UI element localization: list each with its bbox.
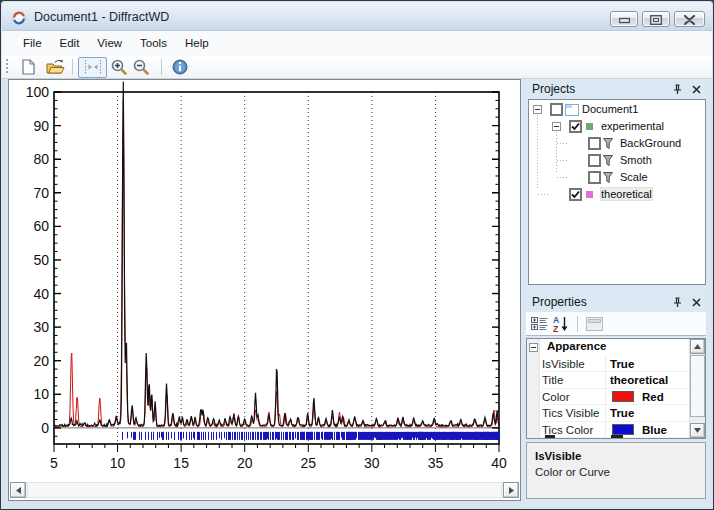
fit-width-icon xyxy=(84,60,102,74)
tree-item-label[interactable]: Document1 xyxy=(582,103,638,115)
zoom-out-button[interactable] xyxy=(130,57,152,78)
y-axis-label: 90 xyxy=(33,118,49,134)
new-document-button[interactable] xyxy=(17,57,39,78)
x-axis-label: 25 xyxy=(300,455,316,471)
clipped-row xyxy=(545,435,555,438)
toolbar xyxy=(2,56,712,79)
tree-checkbox[interactable] xyxy=(569,188,582,201)
menu-help[interactable]: Help xyxy=(176,31,218,56)
arrow-left-icon xyxy=(16,487,21,494)
tree-item-label[interactable]: BackGround xyxy=(620,137,681,149)
open-button[interactable] xyxy=(44,57,66,78)
scrollbar-thumb[interactable] xyxy=(27,482,502,498)
y-axis-label: 80 xyxy=(33,151,49,167)
property-row-color[interactable]: Color Red xyxy=(541,389,689,405)
y-axis-label: 10 xyxy=(33,386,49,402)
alphabetical-sort-button[interactable]: A Z xyxy=(550,314,572,334)
tree-checkbox[interactable] xyxy=(569,120,582,133)
tree-item-label[interactable]: theoretical xyxy=(601,188,652,200)
properties-pin-icon[interactable] xyxy=(672,297,683,308)
tree-item-background[interactable]: BackGround xyxy=(529,135,705,152)
property-value[interactable]: Blue xyxy=(642,424,667,436)
scrollbar-thumb[interactable] xyxy=(690,355,705,417)
tree-expander[interactable] xyxy=(533,105,542,114)
open-folder-icon xyxy=(46,59,65,75)
tree-item-experimental[interactable]: experimental xyxy=(529,118,705,135)
y-axis-label: 20 xyxy=(33,353,49,369)
color-swatch-blue xyxy=(612,424,634,435)
tree-item-scale[interactable]: Scale xyxy=(529,169,705,186)
dock-area: Projects Document1experimentalBackGround… xyxy=(521,79,711,507)
property-grid-scrollbar[interactable] xyxy=(689,339,705,438)
property-row-isvisible[interactable]: IsVisible True xyxy=(541,356,689,372)
tree-checkbox[interactable] xyxy=(588,154,601,167)
property-description: IsVisible Color or Curve xyxy=(526,442,706,499)
scroll-down-button[interactable] xyxy=(690,423,705,438)
categorized-icon xyxy=(531,316,548,331)
info-button[interactable] xyxy=(169,57,191,78)
tree-expander[interactable] xyxy=(552,122,561,131)
properties-close-icon[interactable] xyxy=(691,297,702,308)
property-value[interactable]: True xyxy=(610,358,634,370)
tree-item-label[interactable]: Smoth xyxy=(620,154,652,166)
toolbar-grip[interactable] xyxy=(6,59,9,75)
projects-pin-icon[interactable] xyxy=(672,84,683,95)
x-axis-label: 20 xyxy=(237,455,253,471)
zoom-in-icon xyxy=(111,59,127,75)
category-expander[interactable] xyxy=(529,343,538,352)
curve-color-icon xyxy=(586,191,593,198)
close-button[interactable] xyxy=(674,11,705,27)
tree-checkbox[interactable] xyxy=(588,137,601,150)
tree-item-label[interactable]: experimental xyxy=(601,120,664,132)
tree-item-document1[interactable]: Document1 xyxy=(529,101,705,118)
tree-item-theoretical[interactable]: theoretical xyxy=(529,186,705,203)
projects-close-icon[interactable] xyxy=(691,84,702,95)
maximize-button[interactable] xyxy=(642,11,670,27)
tree-item-label[interactable]: Scale xyxy=(620,171,648,183)
tree-item-smoth[interactable]: Smoth xyxy=(529,152,705,169)
new-document-icon xyxy=(22,59,35,75)
scroll-right-button[interactable] xyxy=(503,482,519,498)
x-axis-label: 35 xyxy=(428,455,444,471)
app-window: Document1 - DiffractWD File Edit View To… xyxy=(0,0,714,510)
property-row-title[interactable]: Title theoretical xyxy=(541,372,689,388)
x-axis-label: 30 xyxy=(364,455,380,471)
properties-toolbar: A Z xyxy=(526,312,706,336)
property-value[interactable]: Red xyxy=(642,391,664,403)
menu-bar: File Edit View Tools Help xyxy=(2,31,712,56)
chart-horizontal-scrollbar[interactable] xyxy=(10,482,519,498)
property-pages-button[interactable] xyxy=(583,314,605,334)
svg-text:Z: Z xyxy=(553,323,558,332)
property-value[interactable]: True xyxy=(610,407,634,419)
minimize-button[interactable] xyxy=(610,11,638,27)
properties-toolbar-separator xyxy=(577,316,578,332)
reflection-ticks xyxy=(123,432,500,440)
y-axis-label: 70 xyxy=(33,185,49,201)
menu-tools[interactable]: Tools xyxy=(131,31,176,56)
zoom-in-button[interactable] xyxy=(108,57,130,78)
x-axis-label: 5 xyxy=(50,455,58,471)
title-bar[interactable]: Document1 - DiffractWD xyxy=(2,2,712,31)
property-name: Title xyxy=(542,374,563,386)
menu-file[interactable]: File xyxy=(14,31,51,56)
tree-checkbox[interactable] xyxy=(588,171,601,184)
property-row-tics-visible[interactable]: Tics Visible True xyxy=(541,405,689,421)
arrow-down-icon xyxy=(694,428,701,433)
category-row[interactable]: Apparence xyxy=(541,340,689,356)
info-icon xyxy=(172,59,188,75)
property-name: IsVisible xyxy=(542,358,585,370)
toolbar-separator xyxy=(72,59,73,75)
scroll-up-button[interactable] xyxy=(690,339,705,354)
zoom-out-icon xyxy=(133,59,149,75)
menu-view[interactable]: View xyxy=(88,31,131,56)
chart-document: 0102030405060708090100510152025303540 xyxy=(8,79,521,501)
menu-edit[interactable]: Edit xyxy=(51,31,89,56)
property-value[interactable]: theoretical xyxy=(610,374,668,386)
property-pages-icon xyxy=(586,317,603,331)
y-axis-label: 40 xyxy=(33,286,49,302)
fit-width-button[interactable] xyxy=(78,57,107,78)
tree-checkbox[interactable] xyxy=(550,103,563,116)
scroll-left-button[interactable] xyxy=(10,482,26,498)
y-axis-label: 50 xyxy=(33,252,49,268)
categorized-button[interactable] xyxy=(528,314,550,334)
